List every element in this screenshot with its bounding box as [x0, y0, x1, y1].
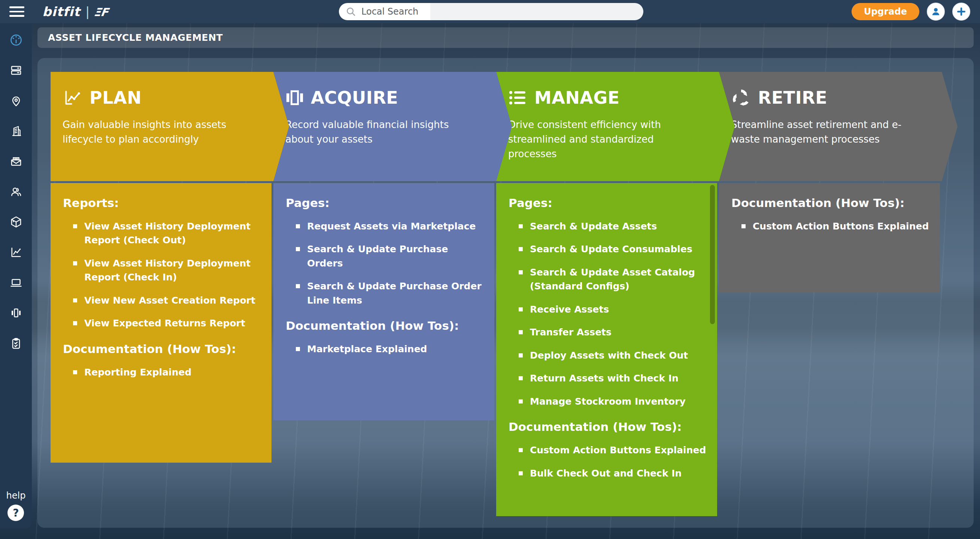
- link-item[interactable]: Custom Action Buttons Explained: [731, 219, 929, 234]
- acquire-body: Pages: Request Assets via MarketplaceSea…: [274, 183, 494, 420]
- column-retire: RETIRE Streamline asset retirement and e…: [719, 72, 940, 516]
- manage-title: MANAGE: [535, 87, 620, 108]
- link-item[interactable]: View Asset History Deployment Report (Ch…: [63, 219, 261, 247]
- link-item[interactable]: Search & Update Purchase Orders: [286, 242, 484, 270]
- link-item[interactable]: Manage Stockroom Inventory: [509, 394, 706, 409]
- acquire-title: ACQUIRE: [311, 87, 398, 108]
- plan-banner: PLAN Gain valuable insights into assets …: [51, 72, 289, 181]
- link-item[interactable]: Transfer Assets: [509, 325, 706, 340]
- recycle-icon: [731, 87, 751, 108]
- manage-heading-2: Documentation (How Tos):: [509, 420, 706, 434]
- plan-heading-1: Reports:: [63, 196, 261, 210]
- retire-title: RETIRE: [758, 87, 827, 108]
- link-item[interactable]: View Asset History Deployment Report (Ch…: [63, 256, 261, 285]
- link-item[interactable]: Reporting Explained: [63, 365, 261, 380]
- link-item[interactable]: Custom Action Buttons Explained: [509, 443, 706, 457]
- retire-body: Documentation (How Tos): Custom Action B…: [719, 183, 940, 293]
- carousel-icon: [285, 88, 304, 107]
- manage-list-2: Custom Action Buttons ExplainedBulk Chec…: [509, 443, 706, 480]
- analytics-chart-icon[interactable]: [10, 246, 23, 259]
- lifecycle-card: PLAN Gain valuable insights into assets …: [37, 58, 974, 528]
- link-item[interactable]: Search & Update Consumables: [509, 242, 706, 256]
- column-manage: MANAGE Drive consistent efficiency with …: [496, 72, 717, 516]
- manage-description: Drive consistent efficiency with streaml…: [508, 118, 688, 161]
- manage-banner: MANAGE Drive consistent efficiency with …: [496, 72, 735, 181]
- location-pin-icon[interactable]: [10, 94, 23, 107]
- users-icon[interactable]: [10, 185, 23, 199]
- search-input[interactable]: [339, 3, 643, 20]
- plus-icon: [956, 6, 967, 17]
- acquire-heading-1: Pages:: [286, 196, 484, 210]
- acquire-list-2: Marketplace Explained: [286, 342, 484, 356]
- list-icon: [508, 88, 528, 107]
- user-account-button[interactable]: [927, 3, 945, 21]
- plan-list-2: Reporting Explained: [63, 365, 261, 380]
- link-item[interactable]: Return Assets with Check In: [509, 371, 706, 386]
- plan-description: Gain valuable insights into assets lifec…: [62, 118, 242, 147]
- topbar: bitfit | ΞF Upgrade: [0, 0, 980, 23]
- hamburger-menu-icon[interactable]: [10, 6, 24, 17]
- brand-logo: bitfit | ΞF: [42, 4, 108, 19]
- brand-mark: ΞF: [93, 6, 109, 19]
- help-section: help ?: [6, 490, 26, 521]
- global-search: [339, 3, 643, 20]
- retire-banner: RETIRE Streamline asset retirement and e…: [719, 72, 958, 181]
- plan-body: Reports: View Asset History Deployment R…: [51, 183, 272, 463]
- page-title: ASSET LIFECYCLE MANAGEMENT: [48, 32, 223, 43]
- help-button[interactable]: ?: [8, 504, 24, 521]
- line-chart-icon: [62, 87, 83, 108]
- main-area: ASSET LIFECYCLE MANAGEMENT PLAN Gain val…: [32, 27, 980, 528]
- link-item[interactable]: View New Asset Creation Report: [63, 293, 261, 308]
- retire-heading-1: Documentation (How Tos):: [731, 196, 929, 210]
- upgrade-button[interactable]: Upgrade: [851, 3, 920, 20]
- manage-scrollbar-thumb[interactable]: [710, 185, 715, 324]
- acquire-description: Record valuable financial insights about…: [285, 118, 465, 147]
- package-box-icon[interactable]: [10, 215, 23, 229]
- column-plan: PLAN Gain valuable insights into assets …: [51, 72, 272, 516]
- lifecycle-columns: PLAN Gain valuable insights into assets …: [51, 72, 974, 516]
- mail-request-icon[interactable]: [10, 154, 23, 168]
- person-icon: [930, 6, 942, 17]
- link-item[interactable]: Search & Update Asset Catalog (Standard …: [509, 266, 706, 293]
- plan-heading-2: Documentation (How Tos):: [63, 342, 261, 356]
- link-item[interactable]: Search & Update Purchase Order Line Item…: [286, 279, 484, 307]
- page-header-bar: ASSET LIFECYCLE MANAGEMENT: [37, 27, 974, 48]
- link-item[interactable]: Request Assets via Marketplace: [286, 219, 484, 234]
- link-item[interactable]: Search & Update Assets: [509, 219, 706, 234]
- manage-body: Pages: Search & Update AssetsSearch & Up…: [496, 183, 717, 516]
- manage-heading-1: Pages:: [509, 196, 706, 210]
- acquire-banner: ACQUIRE Record valuable financial insigh…: [274, 72, 512, 181]
- link-item[interactable]: Bulk Check Out and Check In: [509, 466, 706, 480]
- laptop-icon[interactable]: [10, 276, 23, 289]
- plan-title: PLAN: [89, 87, 142, 108]
- link-item[interactable]: View Expected Returns Report: [63, 316, 261, 331]
- link-item[interactable]: Marketplace Explained: [286, 342, 484, 356]
- asset-stack-icon[interactable]: [10, 64, 23, 77]
- column-acquire: ACQUIRE Record valuable financial insigh…: [274, 72, 494, 516]
- retire-description: Streamline asset retirement and e-waste …: [731, 118, 911, 147]
- link-item[interactable]: Deploy Assets with Check Out: [509, 348, 706, 363]
- add-new-button[interactable]: [952, 3, 970, 21]
- brand-divider: |: [85, 4, 89, 19]
- retire-list-1: Custom Action Buttons Explained: [731, 219, 929, 234]
- link-item[interactable]: Receive Assets: [509, 302, 706, 316]
- acquire-list-1: Request Assets via MarketplaceSearch & U…: [286, 219, 484, 308]
- help-label: help: [6, 490, 26, 501]
- clipboard-check-icon[interactable]: [10, 337, 23, 350]
- building-icon[interactable]: [10, 124, 23, 138]
- topbar-actions: Upgrade: [851, 3, 970, 21]
- brand-name: bitfit: [42, 4, 80, 19]
- dashboard-gauge-icon[interactable]: [10, 33, 23, 47]
- marketplace-carousel-icon[interactable]: [10, 306, 23, 320]
- sidebar: help ?: [0, 23, 32, 528]
- plan-list-1: View Asset History Deployment Report (Ch…: [63, 219, 261, 331]
- acquire-heading-2: Documentation (How Tos):: [286, 318, 484, 333]
- manage-list-1: Search & Update AssetsSearch & Update Co…: [509, 219, 706, 409]
